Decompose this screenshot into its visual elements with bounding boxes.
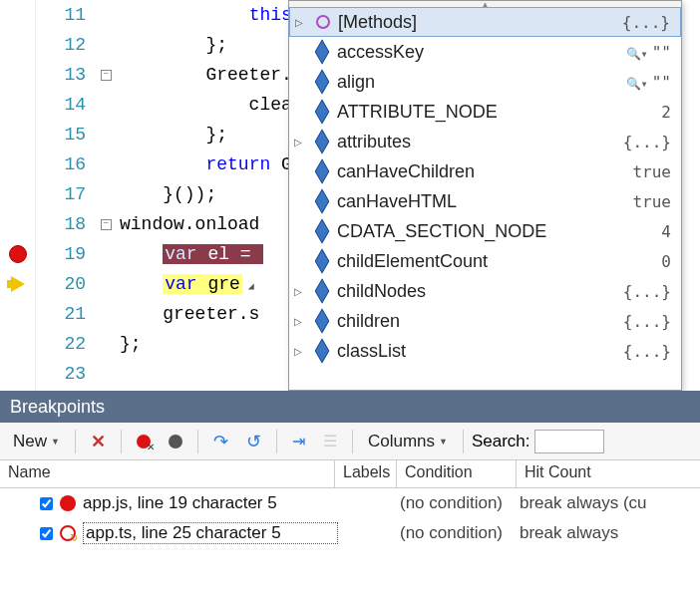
property-icon — [311, 160, 333, 182]
columns-button[interactable]: Columns▼ — [361, 429, 455, 454]
fold-toggle[interactable] — [96, 359, 116, 389]
item-name: accessKey — [337, 42, 591, 63]
item-value: true — [591, 192, 681, 211]
intellisense-item[interactable]: ATTRIBUTE_NODE2 — [289, 97, 681, 127]
intellisense-item[interactable]: childElementCount0 — [289, 246, 681, 276]
header-labels[interactable]: Labels — [335, 460, 397, 487]
breakpoints-headers[interactable]: Name Labels Condition Hit Count — [0, 460, 700, 488]
intellisense-item[interactable]: CDATA_SECTION_NODE4 — [289, 216, 681, 246]
item-value: 0 — [591, 252, 681, 271]
expand-icon[interactable]: ▷ — [290, 17, 308, 28]
fold-column: −− — [96, 0, 116, 391]
item-name: canHaveChildren — [337, 161, 591, 182]
header-condition[interactable]: Condition — [397, 460, 517, 487]
intellisense-item[interactable]: ▷childNodes{...} — [289, 276, 681, 306]
fold-toggle[interactable] — [96, 239, 116, 269]
magnifier-icon[interactable]: 🔍▾ — [626, 47, 648, 61]
breakpoint-item[interactable]: app.ts, line 25 character 5(no condition… — [0, 518, 700, 548]
breakpoint-checkbox[interactable] — [40, 527, 53, 540]
indent-icon: ⇥ — [292, 432, 305, 450]
expand-icon[interactable]: ▷ — [289, 316, 307, 327]
intellisense-item[interactable]: ▷[Methods]{...} — [289, 7, 681, 37]
breakpoint-checkbox[interactable] — [40, 497, 53, 510]
breakpoint-hit: break always (cu — [520, 493, 700, 513]
intellisense-item[interactable]: canHaveChildrentrue — [289, 156, 681, 186]
breakpoint-condition: (no condition) — [400, 523, 520, 543]
expand-icon[interactable]: ▷ — [289, 286, 307, 297]
fold-toggle[interactable] — [96, 120, 116, 149]
item-name: align — [337, 72, 591, 93]
enable-all-button[interactable] — [162, 432, 189, 451]
item-value: {...} — [591, 342, 681, 361]
delete-button[interactable]: ✕ — [84, 428, 113, 455]
property-icon — [311, 101, 333, 123]
property-icon — [311, 190, 333, 212]
gutter-row[interactable] — [0, 299, 35, 329]
breakpoint-item[interactable]: app.js, line 19 character 5(no condition… — [0, 488, 700, 518]
intellisense-item[interactable]: align🔍▾"" — [289, 67, 681, 97]
disable-all-button[interactable]: ✕ — [130, 432, 158, 451]
fold-toggle[interactable] — [96, 0, 116, 30]
item-value: {...} — [590, 13, 680, 32]
refresh-button[interactable]: ↺ — [239, 428, 268, 455]
item-value: true — [591, 162, 681, 181]
breakpoint-condition: (no condition) — [400, 493, 520, 513]
gutter-row[interactable] — [0, 359, 35, 389]
line-number: 20 — [36, 269, 86, 299]
list-icon: ☰ — [323, 432, 337, 450]
gutter-row[interactable] — [0, 0, 35, 30]
property-icon — [311, 220, 333, 242]
property-icon — [311, 340, 333, 362]
gutter-row[interactable] — [0, 90, 35, 120]
line-number: 17 — [36, 179, 86, 209]
item-name: childNodes — [337, 281, 591, 302]
line-number: 23 — [36, 359, 86, 389]
x-icon: ✕ — [91, 431, 106, 452]
search-input[interactable] — [534, 430, 604, 453]
fold-toggle[interactable] — [96, 179, 116, 209]
fold-toggle[interactable]: − — [96, 209, 116, 239]
gutter-row[interactable] — [0, 269, 35, 299]
redo-icon: ↷ — [213, 431, 228, 452]
fold-toggle[interactable]: − — [96, 60, 116, 90]
fold-toggle[interactable] — [96, 149, 116, 179]
gutter-row[interactable] — [0, 329, 35, 359]
gutter-row[interactable] — [0, 179, 35, 209]
item-value: 🔍▾"" — [591, 73, 681, 92]
fold-toggle[interactable] — [96, 299, 116, 329]
breakpoint-icon[interactable] — [9, 245, 27, 263]
header-hit[interactable]: Hit Count — [517, 460, 700, 487]
inline-expand-icon[interactable]: ◢ — [242, 281, 254, 292]
intellisense-item[interactable]: ▷children{...} — [289, 306, 681, 336]
goto-button[interactable]: ⇥ — [285, 429, 312, 453]
expand-icon[interactable]: ▷ — [289, 137, 307, 148]
item-name: [Methods] — [338, 12, 590, 33]
new-button[interactable]: New▼ — [6, 429, 67, 454]
magnifier-icon[interactable]: 🔍▾ — [626, 77, 648, 91]
gutter-row[interactable] — [0, 239, 35, 269]
gutter-row[interactable] — [0, 209, 35, 239]
fold-toggle[interactable] — [96, 329, 116, 359]
intellisense-popup[interactable]: ▷[Methods]{...}accessKey🔍▾""align🔍▾""ATT… — [288, 0, 682, 391]
expand-icon[interactable]: ▷ — [289, 346, 307, 357]
gutter-row[interactable] — [0, 30, 35, 60]
fold-toggle[interactable] — [96, 90, 116, 120]
gutter-row[interactable] — [0, 60, 35, 90]
item-value: 🔍▾"" — [591, 43, 681, 62]
intellisense-item[interactable]: ▷classList{...} — [289, 336, 681, 366]
item-name: ATTRIBUTE_NODE — [337, 102, 591, 123]
redo-button[interactable]: ↷ — [206, 428, 235, 455]
fold-toggle[interactable] — [96, 30, 116, 60]
intellisense-item[interactable]: accessKey🔍▾"" — [289, 37, 681, 67]
intellisense-item[interactable]: ▷attributes{...} — [289, 127, 681, 156]
intellisense-item[interactable]: canHaveHTMLtrue — [289, 186, 681, 216]
line-number: 21 — [36, 299, 86, 329]
item-value: {...} — [591, 312, 681, 331]
list-button[interactable]: ☰ — [316, 429, 344, 453]
gutter-row[interactable] — [0, 149, 35, 179]
refresh-icon: ↺ — [246, 431, 261, 452]
gutter-row[interactable] — [0, 120, 35, 149]
breakpoint-text: app.js, line 19 character 5 — [83, 493, 338, 513]
fold-toggle[interactable] — [96, 269, 116, 299]
header-name[interactable]: Name — [0, 460, 335, 487]
